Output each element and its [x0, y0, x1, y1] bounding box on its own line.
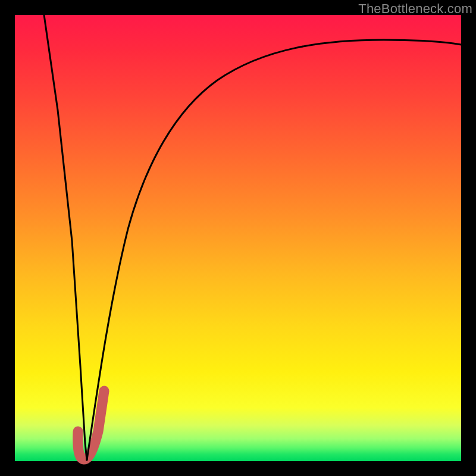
curve-right-branch — [87, 40, 461, 460]
curve-layer — [15, 15, 461, 461]
chart-frame: TheBottleneck.com — [0, 0, 476, 476]
curve-left-branch — [44, 15, 87, 460]
plot-area — [15, 15, 461, 461]
